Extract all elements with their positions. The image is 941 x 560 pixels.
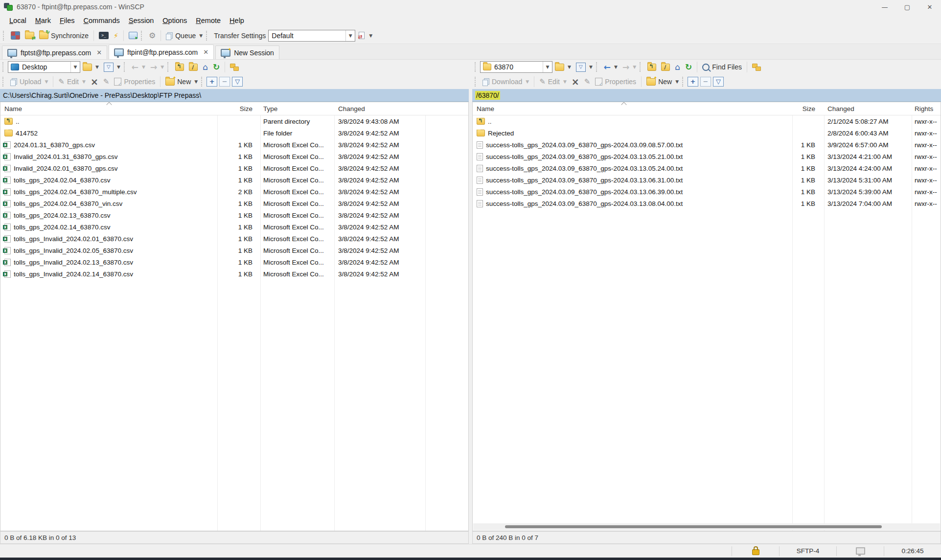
local-back-button[interactable]: ←▼ <box>129 61 148 73</box>
remote-delete-button[interactable]: × <box>569 76 582 88</box>
table-row[interactable]: success-tolls_gps_2024.03.09_63870_gps-2… <box>473 174 941 186</box>
table-row[interactable]: Rejected 2/8/2024 6:00:43 AM rwxr-x-- <box>473 127 941 139</box>
scrollbar-thumb[interactable] <box>505 525 882 528</box>
table-row[interactable]: success-tolls_gps_2024.03.09_63870_gps-2… <box>473 198 941 209</box>
close-icon[interactable]: ✕ <box>203 48 208 56</box>
table-row[interactable]: .. 2/1/2024 5:08:27 AM rwxr-x-- <box>473 115 941 127</box>
queue-button[interactable]: Queue ▼ <box>163 30 205 41</box>
protocol-status[interactable]: SFTP-4 <box>779 546 836 556</box>
remote-back-button[interactable]: ←▼ <box>601 61 620 73</box>
column-header-name[interactable]: Name <box>473 105 788 112</box>
menu-local[interactable]: Local <box>5 15 31 26</box>
close-icon[interactable]: ✕ <box>96 49 102 56</box>
local-new-button[interactable]: ✦ New ▼ <box>163 76 200 87</box>
menu-help[interactable]: Help <box>225 15 249 26</box>
column-header-type[interactable]: Type <box>263 105 334 112</box>
local-root-directory-button[interactable]: / <box>186 62 200 72</box>
local-delete-button[interactable]: × <box>88 76 101 88</box>
column-header-rights[interactable]: Rights <box>915 105 941 112</box>
local-refresh-button[interactable]: ↻ <box>210 62 222 73</box>
remote-path-bar[interactable]: /63870/ <box>472 89 941 102</box>
local-parent-directory-button[interactable] <box>173 62 186 72</box>
remote-tree-view-button[interactable] <box>750 62 763 72</box>
table-row[interactable]: Invalid_2024.02.01_63870_gps.csv 1 KB Mi… <box>0 162 468 174</box>
remote-forward-button[interactable]: →▼ <box>620 61 639 73</box>
menu-options[interactable]: Options <box>158 15 191 26</box>
table-row[interactable]: tolls_gps_2024.02.13_63870.csv 1 KB Micr… <box>0 209 468 221</box>
local-tree-view-button[interactable] <box>228 62 241 72</box>
table-row[interactable]: tolls_gps_2024.02.14_63870.csv 1 KB Micr… <box>0 221 468 233</box>
panels-layout-button[interactable] <box>126 30 140 41</box>
remote-refresh-button[interactable]: ↻ <box>683 62 694 73</box>
table-row[interactable]: tolls_gps_Invalid_2024.02.05_63870.csv 1… <box>0 245 468 256</box>
column-header-name[interactable]: Name <box>0 105 213 112</box>
table-row[interactable]: .. Parent directory 3/8/2024 9:43:08 AM <box>0 115 468 127</box>
menu-files[interactable]: Files <box>55 15 79 26</box>
minimize-button[interactable]: — <box>873 0 896 14</box>
table-row[interactable]: tolls_gps_2024.02.04_63870_vin.csv 1 KB … <box>0 198 468 209</box>
local-path-bar[interactable]: C:\Users\Chirag.Surti\OneDrive - PrePass… <box>0 89 469 102</box>
remote-home-directory-button[interactable]: ⌂ <box>672 62 683 73</box>
close-button[interactable]: ✕ <box>918 0 941 14</box>
remote-horizontal-scrollbar[interactable] <box>473 523 940 530</box>
menu-mark[interactable]: Mark <box>31 15 55 26</box>
tab-new-session[interactable]: New Session <box>215 45 279 59</box>
menu-commands[interactable]: Commands <box>79 15 124 26</box>
local-edit-button[interactable]: ✎ Edit ▼ <box>56 76 88 87</box>
tab-ftpint-session[interactable]: ftpint@ftp.prepass.com ✕ <box>109 45 214 59</box>
remote-open-directory-button[interactable]: ▼ <box>552 62 574 72</box>
column-header-changed[interactable]: Changed <box>827 105 912 112</box>
console-button[interactable]: ⚡ <box>111 31 121 41</box>
table-row[interactable]: tolls_gps_2024.02.04_63870_multiple.csv … <box>0 186 468 198</box>
remote-parent-directory-button[interactable] <box>645 62 659 72</box>
maximize-button[interactable]: ▢ <box>896 0 918 14</box>
remote-edit-button[interactable]: ✎ Edit ▼ <box>537 76 569 87</box>
local-select-add-button[interactable]: + <box>207 77 217 87</box>
connection-status[interactable] <box>836 546 884 556</box>
remote-directory-select[interactable]: 63870 ▼ <box>480 61 552 73</box>
table-row[interactable]: 414752 File folder 3/8/2024 9:42:52 AM <box>0 127 468 139</box>
remote-selection-filter-button[interactable]: ▽ <box>713 77 724 87</box>
column-header-size[interactable]: Size <box>213 105 256 112</box>
menu-session[interactable]: Session <box>124 15 159 26</box>
transfer-preset-button[interactable]: ▼ <box>355 30 375 41</box>
remote-select-add-button[interactable]: + <box>688 77 698 87</box>
local-rename-button[interactable]: ✎ <box>101 77 112 87</box>
local-filter-button[interactable]: ▽▼ <box>101 61 123 73</box>
download-button[interactable]: Download ▼ <box>480 76 531 87</box>
encryption-status[interactable] <box>732 546 779 556</box>
sync-browsing-button[interactable]: ⇄ <box>23 30 37 41</box>
commander-interface-button[interactable] <box>8 30 23 41</box>
local-properties-button[interactable]: Properties <box>112 76 158 87</box>
column-header-changed[interactable]: Changed <box>338 105 425 112</box>
remote-rename-button[interactable]: ✎ <box>582 77 593 87</box>
remote-new-button[interactable]: ✦ New ▼ <box>644 76 681 87</box>
remote-root-directory-button[interactable]: / <box>659 62 672 72</box>
table-row[interactable]: success-tolls_gps_2024.03.09_63870_gps-2… <box>473 186 941 198</box>
local-open-directory-button[interactable]: ▼ <box>80 62 101 72</box>
local-selection-filter-button[interactable]: ▽ <box>232 77 243 87</box>
table-row[interactable]: tolls_gps_2024.02.04_63870.csv 1 KB Micr… <box>0 174 468 186</box>
synchronize-button[interactable]: ↻ Synchronize <box>37 30 91 41</box>
table-row[interactable]: tolls_gps_Invalid_2024.02.14_63870.csv 1… <box>0 268 468 280</box>
tab-ftptst-session[interactable]: ftptst@ftp.prepass.com ✕ <box>2 45 107 59</box>
local-select-remove-button[interactable]: − <box>219 77 230 87</box>
local-home-directory-button[interactable]: ⌂ <box>200 62 210 73</box>
table-row[interactable]: success-tolls_gps_2024.03.09_63870_gps-2… <box>473 151 941 162</box>
open-terminal-button[interactable]: >_ <box>96 30 111 41</box>
transfer-preset-select[interactable]: Default ▼ <box>268 30 355 42</box>
menu-remote[interactable]: Remote <box>191 15 225 26</box>
column-header-size[interactable]: Size <box>792 105 820 112</box>
local-forward-button[interactable]: →▼ <box>148 61 166 73</box>
upload-button[interactable]: Upload ▼ <box>8 76 50 87</box>
preferences-button[interactable]: ⚙ <box>146 30 158 41</box>
table-row[interactable]: success-tolls_gps_2024.03.09_63870_gps-2… <box>473 139 941 151</box>
table-row[interactable]: success-tolls_gps_2024.03.09_63870_gps-2… <box>473 162 941 174</box>
find-files-button[interactable]: Find Files <box>700 62 744 72</box>
remote-filter-button[interactable]: ▽▼ <box>574 61 595 73</box>
table-row[interactable]: tolls_gps_Invalid_2024.02.01_63870.csv 1… <box>0 233 468 245</box>
remote-properties-button[interactable]: Properties <box>593 76 639 87</box>
table-row[interactable]: Invalid_2024.01.31_63870_gps.csv 1 KB Mi… <box>0 151 468 162</box>
table-row[interactable]: tolls_gps_Invalid_2024.02.13_63870.csv 1… <box>0 256 468 268</box>
local-drive-select[interactable]: Desktop ▼ <box>8 61 80 73</box>
